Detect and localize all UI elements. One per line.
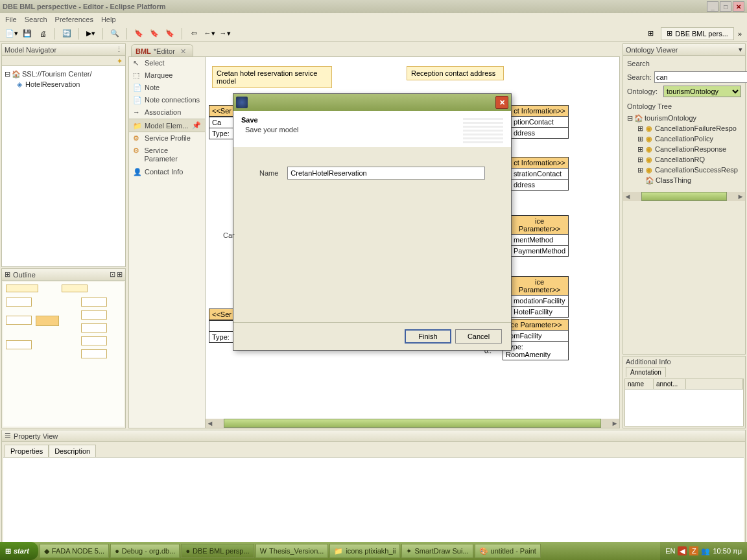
menu-help[interactable]: Help xyxy=(101,16,116,23)
scroll-thumb[interactable] xyxy=(224,419,601,428)
perspective-more-icon[interactable]: » xyxy=(738,30,742,38)
taskbar-item[interactable]: WThesis_Version... xyxy=(255,544,329,558)
palette-service-parameter[interactable]: ⚙Service Parameter xyxy=(129,145,205,166)
open-perspective-icon[interactable]: ⊞ xyxy=(644,27,657,40)
uml-element[interactable]: ct Information>> strationContact ddress xyxy=(510,157,569,191)
language-indicator[interactable]: EN xyxy=(665,547,675,555)
minimize-button[interactable]: _ xyxy=(707,1,718,12)
app-icon: ◆ xyxy=(44,547,49,555)
ontology-root[interactable]: ⊟🏠 tourismOntology xyxy=(627,113,741,123)
outline-view1-icon[interactable]: ⊡ xyxy=(110,270,115,279)
name-input[interactable] xyxy=(287,167,485,180)
bookmark3-icon[interactable]: 🔖 xyxy=(163,27,176,40)
start-button[interactable]: ⊞ start xyxy=(0,542,38,560)
ontology-item[interactable]: ⊞◉CancellationSuccessResp xyxy=(627,165,741,175)
scroll-left-icon[interactable]: ◄ xyxy=(206,419,215,428)
palette-select[interactable]: ↖Select xyxy=(129,57,205,69)
clock[interactable]: 10:50 πμ xyxy=(713,547,742,555)
ontology-item[interactable]: ⊞◉CancellationResponse xyxy=(627,144,741,154)
taskbar-item[interactable]: ◆FADA NODE 5... xyxy=(40,544,109,558)
class-icon: ◉ xyxy=(645,165,654,174)
palette-note-connections[interactable]: 📄Note connections xyxy=(129,94,205,106)
uml-element[interactable]: ct Information>> ptionContact ddress xyxy=(510,105,569,139)
taskbar-item[interactable]: ●Debug - org.db... xyxy=(110,544,180,558)
save-icon[interactable]: 💾 xyxy=(21,27,34,40)
taskbar-item[interactable]: ✦SmartDraw Sui... xyxy=(401,544,473,558)
bookmark2-icon[interactable]: 🔖 xyxy=(148,27,161,40)
tree-child[interactable]: ◈ HotelReservation xyxy=(5,79,123,89)
close-button[interactable]: ✕ xyxy=(733,1,744,12)
new-dropdown-icon[interactable]: 📄▾ xyxy=(5,27,18,40)
editor-tab[interactable]: BML *Editor ✕ xyxy=(131,44,193,56)
uml-element[interactable]: ice Parameter>> mentMethod PaymentMethod xyxy=(510,215,569,257)
model-navigator-tree[interactable]: ⊟ 🏠 SSL://Tourism Center/ ◈ HotelReserva… xyxy=(5,69,123,89)
bml-icon: BML xyxy=(136,47,151,55)
new-model-icon[interactable]: ✦ xyxy=(117,57,123,64)
col-name[interactable]: name xyxy=(625,379,654,389)
ontology-item[interactable]: ⊞◉CancellationRQ xyxy=(627,154,741,165)
tray-icon[interactable]: Z xyxy=(689,546,698,555)
bookmark1-icon[interactable]: 🔖 xyxy=(132,27,145,40)
palette-service-profile[interactable]: ⚙Service Profile xyxy=(129,132,205,145)
finish-button[interactable]: Finish xyxy=(405,329,451,344)
scroll-right-icon[interactable]: ► xyxy=(610,419,619,428)
ontology-item[interactable]: ⊞◉CancellationPolicy xyxy=(627,134,741,144)
ontology-select[interactable]: tourismOntology xyxy=(663,86,741,97)
perspective-switcher[interactable]: ⊞ DBE BML pers... xyxy=(661,27,734,40)
palette-note[interactable]: 📄Note xyxy=(129,82,205,94)
canvas-note[interactable]: Cretan hotel reservation service model xyxy=(212,66,332,88)
annotation-tab[interactable]: Annotation xyxy=(626,367,666,377)
canvas-hscroll[interactable]: ◄ ► xyxy=(206,419,619,428)
ontology-classthing[interactable]: 🏠ClassThing xyxy=(627,175,741,185)
uml-element[interactable]: ice Parameter>> modationFacility HotelFa… xyxy=(510,276,569,318)
taskbar-item[interactable]: 📁icons ptixiakh_ii xyxy=(329,544,400,558)
search-icon[interactable]: 🔍 xyxy=(108,27,121,40)
run-dropdown-icon[interactable]: ▶▾ xyxy=(84,27,97,40)
taskbar-item[interactable]: 🎨untitled - Paint xyxy=(475,544,541,558)
uml-element[interactable]: <<Ser Type: xyxy=(209,309,235,343)
cancel-button[interactable]: Cancel xyxy=(455,329,502,344)
outline-view2-icon[interactable]: ⊞ xyxy=(117,270,123,279)
tree-root[interactable]: ⊟ 🏠 SSL://Tourism Center/ xyxy=(5,69,123,79)
property-content xyxy=(3,457,744,544)
panel-menu-icon[interactable]: ⋮ xyxy=(115,45,123,54)
palette-marquee[interactable]: ⬚Marquee xyxy=(129,69,205,82)
description-tab[interactable]: Description xyxy=(49,445,96,457)
palette-contact-info[interactable]: 👤Contact Info xyxy=(129,166,205,178)
ontology-hscroll[interactable]: ◄ ► xyxy=(623,192,745,201)
system-tray[interactable]: EN ◀ Z 👥 10:50 πμ xyxy=(660,542,747,560)
canvas-note[interactable]: Reception contact address xyxy=(407,66,504,80)
properties-tab[interactable]: Properties xyxy=(5,445,49,457)
col-annot[interactable]: annot... xyxy=(654,379,686,389)
refresh-icon[interactable]: 🔄 xyxy=(60,27,73,40)
scroll-thumb[interactable] xyxy=(641,192,727,201)
dialog-close-button[interactable]: ✕ xyxy=(495,96,508,109)
editor-tab-label: *Editor xyxy=(154,47,175,55)
scroll-right-icon[interactable]: ► xyxy=(736,192,745,201)
palette-model-elements[interactable]: 📁Model Elem...📌 xyxy=(129,119,205,132)
dialog-titlebar[interactable]: ✕ xyxy=(233,94,511,111)
uml-element[interactable]: ice Parameter>> oomFacility Type: RoomAm… xyxy=(503,319,569,360)
close-tab-icon[interactable]: ✕ xyxy=(180,47,186,56)
tray-icon[interactable]: 👥 xyxy=(701,546,710,555)
property-view-panel: ☰ Property View Properties Description xyxy=(1,430,746,546)
back-icon[interactable]: ⇦ xyxy=(187,27,200,40)
scroll-left-icon[interactable]: ◄ xyxy=(623,192,632,201)
ontology-item[interactable]: ⊞◉CancellationFailureRespo xyxy=(627,123,741,134)
folder-icon: 📁 xyxy=(334,547,343,555)
panel-menu-icon[interactable]: ▾ xyxy=(739,45,742,54)
menu-preferences[interactable]: Preferences xyxy=(55,16,93,23)
taskbar-item-active[interactable]: ●DBE BML persp... xyxy=(181,544,254,558)
menu-search[interactable]: Search xyxy=(25,16,47,23)
tray-icon[interactable]: ◀ xyxy=(678,546,687,555)
ontology-tree[interactable]: ⊟🏠 tourismOntology ⊞◉CancellationFailure… xyxy=(627,113,741,185)
menu-file[interactable]: File xyxy=(5,16,17,23)
palette-association[interactable]: →Association xyxy=(129,106,205,119)
outline-minimap[interactable] xyxy=(3,282,124,426)
nav-fwd-icon[interactable]: →▾ xyxy=(219,27,231,40)
ontology-search-input[interactable] xyxy=(654,71,747,83)
uml-element[interactable]: <<Ser Ca Type: xyxy=(209,105,235,139)
print-icon[interactable]: 🖨 xyxy=(36,27,49,40)
maximize-button[interactable]: □ xyxy=(720,1,731,12)
nav-back-icon[interactable]: ←▾ xyxy=(203,27,216,40)
